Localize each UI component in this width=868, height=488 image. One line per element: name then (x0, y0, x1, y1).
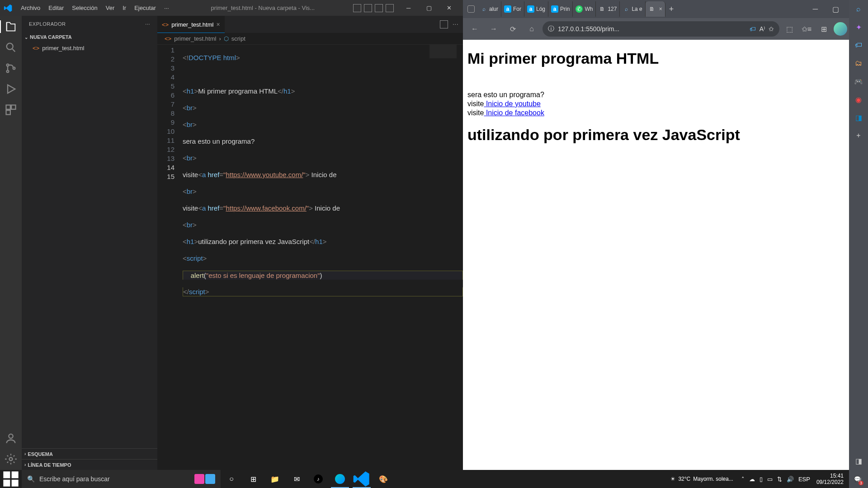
edge-icon[interactable] (329, 470, 351, 488)
menu-more[interactable]: ··· (160, 3, 173, 13)
new-tab-button[interactable]: + (665, 5, 678, 14)
extensions-icon[interactable] (5, 103, 17, 116)
minimap[interactable] (429, 45, 457, 58)
search-icon[interactable]: ⌕ (853, 4, 864, 14)
run-debug-icon[interactable] (5, 83, 17, 95)
minimize-button[interactable]: ─ (805, 0, 826, 18)
outline-accordion[interactable]: › ESQUEMA (22, 448, 157, 459)
browser-tab[interactable]: 🗎127 (596, 1, 620, 17)
profile-avatar[interactable] (834, 22, 847, 36)
explorer-icon[interactable] (5, 20, 17, 33)
tools-icon[interactable]: 🗂 (853, 58, 864, 69)
favorite-icon[interactable]: ✩ (769, 25, 774, 33)
browser-window: ⌕alur aFor aLóg aPrin ✆Wh 🗎127 ⌕La e 🗎× … (463, 0, 868, 470)
browser-tab[interactable]: ⌕alur (477, 1, 501, 17)
tab-actions-icon[interactable] (465, 1, 477, 17)
office-icon[interactable]: ◉ (853, 94, 864, 105)
weather-widget[interactable]: ☀ 32°C Mayorm. solea... (670, 476, 733, 482)
close-tab-icon[interactable]: × (216, 21, 220, 28)
onedrive-icon[interactable]: ☁ (749, 476, 755, 483)
menu-ver[interactable]: Ver (102, 3, 118, 13)
folder-header[interactable]: ⌄ NUEVA CARPETA (22, 32, 157, 42)
search-icon: ⌕ (623, 5, 630, 13)
battery-icon[interactable]: ▭ (767, 476, 773, 483)
code-editor[interactable]: 12 34 56 78 910 1112 1314 15 <!DOCTYPE h… (157, 45, 463, 470)
browser-tab[interactable]: ✆Wh (573, 1, 596, 17)
menu-archivo[interactable]: Archivo (17, 3, 44, 13)
games-icon[interactable]: 🎮 (853, 76, 864, 87)
notification-center-icon[interactable]: 💬3 (850, 472, 864, 486)
menu-ir[interactable]: Ir (119, 3, 130, 13)
menu-seleccion[interactable]: Selección (68, 3, 101, 13)
info-icon[interactable]: ⓘ (548, 25, 554, 33)
chevron-up-icon[interactable]: ˄ (741, 476, 745, 483)
browser-tab[interactable]: ⌕La e (620, 1, 645, 17)
tiktok-icon[interactable]: ♪ (307, 470, 329, 488)
collections-icon[interactable]: ⊞ (816, 22, 831, 36)
shopping-icon[interactable]: 🏷 (853, 40, 864, 51)
menu-ejecutar[interactable]: Ejecutar (131, 3, 160, 13)
browser-tab[interactable]: aPrin (548, 1, 573, 17)
browser-tab[interactable]: aLóg (524, 1, 548, 17)
shopping-icon[interactable]: 🏷 (750, 25, 756, 33)
svg-point-3 (13, 67, 15, 70)
breadcrumbs[interactable]: <> primer_test.html › ⬡ script (157, 33, 463, 45)
layout-icon[interactable] (375, 4, 383, 12)
facebook-link[interactable]: Inicio de facebook (484, 109, 544, 117)
minimize-button[interactable]: ─ (398, 0, 419, 16)
activity-bar (0, 16, 22, 470)
settings-icon[interactable] (5, 453, 17, 465)
start-button[interactable] (0, 470, 22, 488)
browser-tab-active[interactable]: 🗎× (646, 1, 665, 17)
more-icon[interactable]: ··· (145, 21, 150, 27)
add-icon[interactable]: + (853, 130, 864, 141)
account-icon[interactable] (5, 432, 17, 445)
paint-icon[interactable]: 🎨 (373, 470, 394, 488)
more-actions-icon[interactable]: ··· (453, 20, 458, 28)
close-button[interactable]: ✕ (439, 0, 459, 16)
back-button[interactable]: ← (467, 21, 483, 37)
extensions-icon[interactable]: ⬚ (782, 22, 797, 36)
alura-icon: a (551, 5, 558, 13)
wifi-icon[interactable]: ⇅ (777, 476, 782, 483)
mail-icon[interactable]: ✉ (286, 470, 307, 488)
clock[interactable]: 15:41 09/12/2022 (816, 473, 844, 486)
language-indicator[interactable]: ESP (798, 476, 810, 483)
outlook-icon[interactable]: ◨ (853, 112, 864, 123)
forward-button[interactable]: → (486, 21, 502, 37)
timeline-accordion[interactable]: › LÍNEA DE TIEMPO (22, 459, 157, 470)
vscode-titlebar: Archivo Editar Selección Ver Ir Ejecutar… (0, 0, 463, 16)
editor-tab[interactable]: <> primer_test.html × (157, 16, 225, 33)
task-view-icon[interactable]: ⊞ (242, 470, 264, 488)
split-editor-icon[interactable] (440, 20, 448, 28)
svg-rect-11 (3, 480, 10, 487)
discover-icon[interactable]: ✦ (853, 22, 864, 33)
maximize-button[interactable]: ▢ (826, 0, 846, 18)
file-item[interactable]: <> primer_test.html (22, 42, 157, 53)
search-icon[interactable] (5, 41, 17, 54)
refresh-button[interactable]: ⟳ (505, 21, 521, 37)
read-aloud-icon[interactable]: A⁾ (760, 25, 765, 33)
volume-icon[interactable]: 🔊 (787, 476, 794, 483)
cortana-icon[interactable]: ○ (221, 470, 242, 488)
layout-icon[interactable] (386, 4, 394, 12)
browser-tab[interactable]: aFor (501, 1, 524, 17)
close-tab-icon[interactable]: × (659, 6, 662, 12)
youtube-link[interactable]: Inicio de youtube (484, 100, 540, 108)
taskbar-search[interactable]: 🔍 Escribe aquí para buscar (22, 470, 221, 488)
file-explorer-icon[interactable]: 📁 (264, 470, 286, 488)
maximize-button[interactable]: ▢ (419, 0, 439, 16)
layout-icon[interactable] (353, 4, 361, 12)
expand-icon[interactable]: ◨ (853, 455, 864, 466)
source-control-icon[interactable] (5, 62, 17, 75)
code-content[interactable]: <!DOCTYPE html> <h1>Mi primer programa H… (183, 45, 463, 470)
breadcrumb-file[interactable]: primer_test.html (174, 35, 216, 42)
favorites-icon[interactable]: ✩≡ (799, 22, 814, 36)
address-bar[interactable]: ⓘ 127.0.0.1:5500/prim... 🏷 A⁾ ✩ (542, 21, 779, 37)
vscode-taskbar-icon[interactable] (351, 470, 373, 488)
menu-editar[interactable]: Editar (45, 3, 67, 13)
layout-icon[interactable] (364, 4, 372, 12)
meet-now-icon[interactable]: ▯ (760, 476, 763, 483)
breadcrumb-symbol[interactable]: script (231, 35, 245, 42)
home-button[interactable]: ⌂ (524, 21, 540, 37)
